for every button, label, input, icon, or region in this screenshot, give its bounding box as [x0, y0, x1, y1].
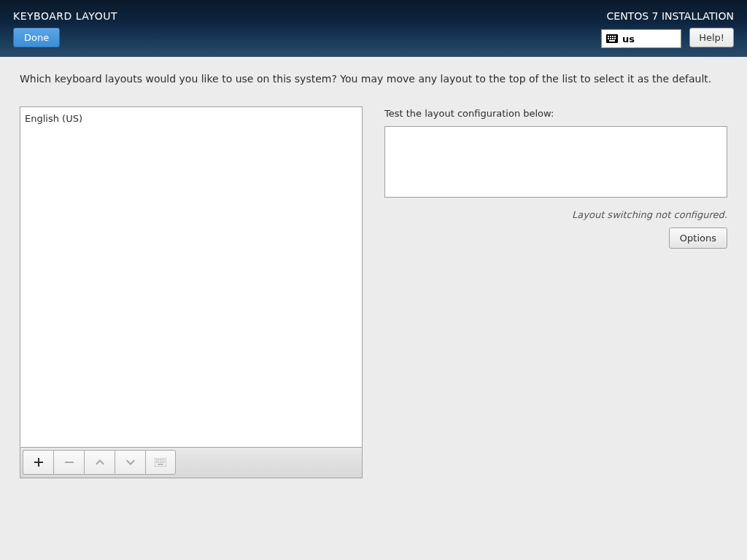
test-column: Test the layout configuration below: Lay…: [384, 106, 727, 478]
svg-rect-13: [158, 459, 160, 461]
svg-rect-4: [614, 36, 616, 37]
svg-rect-5: [608, 38, 609, 39]
svg-rect-9: [609, 40, 615, 42]
layout-list[interactable]: English (US): [20, 106, 363, 448]
move-up-button[interactable]: [84, 450, 115, 475]
svg-rect-2: [610, 36, 611, 37]
svg-rect-21: [163, 462, 165, 463]
svg-rect-20: [162, 462, 163, 463]
svg-rect-8: [614, 38, 616, 39]
language-indicator-text: us: [622, 34, 635, 44]
done-button[interactable]: Done: [13, 28, 60, 47]
preview-layout-button[interactable]: [145, 450, 176, 475]
svg-rect-6: [610, 38, 611, 39]
keyboard-icon: [606, 34, 618, 43]
chevron-up-icon: [95, 457, 105, 467]
svg-rect-1: [608, 36, 609, 37]
minus-icon: [64, 457, 74, 467]
columns: English (US): [20, 106, 727, 478]
header: KEYBOARD LAYOUT CENTOS 7 INSTALLATION Do…: [0, 0, 747, 57]
test-label: Test the layout configuration below:: [384, 108, 727, 119]
instruction-text: Which keyboard layouts would you like to…: [20, 73, 727, 85]
options-button[interactable]: Options: [669, 228, 727, 249]
layout-toolbar: [20, 448, 363, 478]
add-layout-button[interactable]: [23, 450, 53, 475]
options-row: Options: [384, 228, 727, 249]
switch-status-text: Layout switching not configured.: [384, 209, 727, 220]
svg-rect-14: [160, 459, 161, 461]
remove-layout-button[interactable]: [53, 450, 84, 475]
help-button[interactable]: Help!: [689, 28, 734, 47]
chevron-down-icon: [125, 457, 136, 467]
svg-rect-19: [160, 462, 161, 463]
svg-rect-3: [612, 36, 614, 37]
installer-title: CENTOS 7 INSTALLATION: [607, 10, 734, 22]
test-input[interactable]: [384, 126, 727, 198]
layout-list-item[interactable]: English (US): [20, 107, 362, 126]
svg-rect-16: [163, 459, 165, 461]
language-indicator[interactable]: us: [601, 29, 681, 48]
page-title: KEYBOARD LAYOUT: [13, 10, 117, 22]
svg-rect-18: [158, 462, 160, 463]
layout-column: English (US): [20, 106, 363, 478]
keyboard-icon: [155, 458, 166, 467]
svg-rect-22: [158, 464, 163, 465]
plus-icon: [34, 457, 44, 467]
svg-rect-12: [156, 459, 158, 461]
svg-rect-10: [65, 462, 74, 463]
svg-rect-7: [612, 38, 614, 39]
svg-rect-17: [156, 462, 158, 463]
content: Which keyboard layouts would you like to…: [0, 57, 747, 494]
move-down-button[interactable]: [115, 450, 145, 475]
svg-rect-15: [162, 459, 163, 461]
